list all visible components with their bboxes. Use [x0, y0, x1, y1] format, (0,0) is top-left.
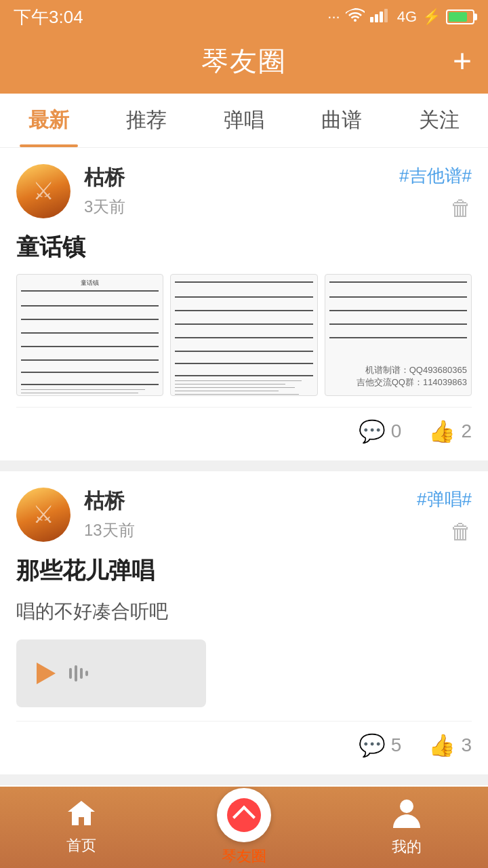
- post-footer-1: 💬 0 👍 2: [16, 407, 472, 444]
- circle-icon-wrapper: [217, 788, 271, 842]
- person-icon: [393, 798, 420, 833]
- sheet-watermark: 机谱制谱：QQ493680365 吉他交流QQ群：114039863: [357, 364, 467, 389]
- sheet-images-1: 童话镇: [16, 274, 472, 396]
- wave-4: [85, 671, 88, 676]
- tab-latest[interactable]: 最新: [0, 94, 98, 147]
- nav-home-label: 首页: [66, 835, 96, 856]
- post-meta-1: 枯桥 3天前: [84, 164, 399, 218]
- post-username-1: 枯桥: [84, 164, 399, 192]
- post-tag-1[interactable]: #吉他谱#: [399, 164, 472, 188]
- post-title-2: 那些花儿弹唱: [16, 555, 472, 587]
- post-meta-2: 枯桥 13天前: [84, 488, 417, 541]
- post-comments-2[interactable]: 💬 5: [359, 732, 402, 758]
- bottom-nav: 首页 琴友圈 我的: [0, 787, 488, 868]
- post-feed: 枯桥 3天前 #吉他谱# 🗑 童话镇 童话镇: [0, 148, 488, 868]
- post-actions-top-1: #吉他谱# 🗑: [399, 164, 472, 221]
- svg-rect-2: [380, 12, 383, 22]
- network-label: 4G: [397, 8, 417, 26]
- post-likes-2[interactable]: 👍 3: [428, 732, 472, 758]
- post-card-2: 枯桥 13天前 #弹唱# 🗑 那些花儿弹唱 唱的不好凑合听吧 💬 5: [0, 471, 488, 774]
- sheet-image-1a[interactable]: 童话镇: [16, 274, 163, 396]
- audio-player-2[interactable]: [16, 639, 206, 707]
- post-card-1: 枯桥 3天前 #吉他谱# 🗑 童话镇 童话镇: [0, 148, 488, 460]
- add-button[interactable]: +: [453, 45, 472, 77]
- signal-icon: [370, 7, 392, 26]
- comment-icon-1: 💬: [359, 418, 386, 444]
- wave-3: [80, 668, 83, 679]
- status-bar: 下午3:04 ··· 4G ⚡: [0, 0, 488, 34]
- avatar-1[interactable]: [16, 164, 70, 218]
- battery-icon: [446, 9, 474, 24]
- post-comments-1[interactable]: 💬 0: [359, 418, 402, 444]
- sheet-image-1c[interactable]: 机谱制谱：QQ493680365 吉他交流QQ群：114039863: [325, 274, 472, 396]
- sound-waves-2: [69, 665, 88, 682]
- tab-bar: 最新 推荐 弹唱 曲谱 关注: [0, 94, 488, 148]
- sheet-image-1b[interactable]: [170, 274, 317, 396]
- like-icon-2: 👍: [428, 732, 455, 758]
- post-username-2: 枯桥: [84, 488, 417, 515]
- post-title-1: 童话镇: [16, 232, 472, 263]
- lightning-icon: ⚡: [422, 8, 441, 26]
- tab-follow[interactable]: 关注: [390, 94, 488, 147]
- svg-rect-0: [370, 17, 373, 22]
- wifi-icon: [346, 7, 365, 26]
- header-title: 琴友圈: [201, 43, 287, 80]
- tab-score[interactable]: 曲谱: [293, 94, 390, 147]
- post-likes-1[interactable]: 👍 2: [428, 418, 472, 444]
- tab-play-sing[interactable]: 弹唱: [195, 94, 293, 147]
- post-time-2: 13天前: [84, 519, 417, 541]
- status-time: 下午3:04: [14, 5, 83, 29]
- nav-mine[interactable]: 我的: [325, 798, 488, 857]
- nav-circle[interactable]: 琴友圈: [163, 788, 325, 867]
- nav-circle-label: 琴友圈: [222, 846, 266, 867]
- svg-rect-1: [375, 14, 378, 22]
- post-header-1: 枯桥 3天前 #吉他谱# 🗑: [16, 164, 472, 221]
- circle-icon-inner: [227, 798, 261, 832]
- wave-2: [75, 665, 77, 682]
- avatar-2[interactable]: [16, 488, 70, 542]
- post-desc-2: 唱的不好凑合听吧: [16, 597, 472, 626]
- nav-mine-label: 我的: [392, 837, 422, 857]
- comment-icon-2: 💬: [359, 732, 386, 758]
- delete-button-2[interactable]: 🗑: [450, 519, 472, 545]
- post-header-2: 枯桥 13天前 #弹唱# 🗑: [16, 488, 472, 545]
- post-time-1: 3天前: [84, 196, 399, 218]
- status-icons: ··· 4G ⚡: [327, 7, 474, 26]
- svg-point-4: [400, 800, 413, 813]
- svg-rect-3: [384, 9, 388, 22]
- post-actions-top-2: #弹唱# 🗑: [417, 488, 472, 545]
- tab-recommend[interactable]: 推荐: [98, 94, 195, 147]
- app-header: 琴友圈 +: [0, 34, 488, 94]
- signal-dots: ···: [327, 8, 340, 26]
- nav-home[interactable]: 首页: [0, 800, 163, 856]
- post-tag-2[interactable]: #弹唱#: [417, 488, 472, 511]
- wave-1: [69, 668, 72, 679]
- like-icon-1: 👍: [428, 418, 455, 444]
- home-icon: [66, 800, 96, 831]
- post-footer-2: 💬 5 👍 3: [16, 721, 472, 758]
- delete-button-1[interactable]: 🗑: [450, 196, 472, 221]
- play-button-2[interactable]: [37, 663, 56, 684]
